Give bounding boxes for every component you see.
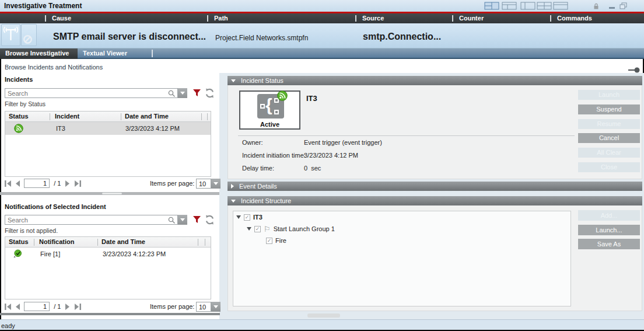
incident-type-button[interactable] [1, 24, 20, 46]
incidents-col-status[interactable]: Status [9, 113, 29, 120]
title-bar: Investigative Treatment [0, 0, 644, 12]
panel-splitter[interactable] [0, 192, 219, 195]
search-icon [168, 90, 176, 97]
notifications-page-input[interactable] [24, 302, 50, 311]
splitter-grip[interactable] [102, 193, 122, 194]
column-source: Source [362, 15, 384, 22]
incidents-table-header: Status Incident Date and Time [5, 112, 211, 122]
active-broadcast-badge-icon [277, 90, 288, 101]
chevron-down-icon [214, 182, 218, 185]
tree-label: Fire [275, 237, 286, 244]
launch-button[interactable]: Launch [578, 90, 640, 100]
notifications-search-input[interactable] [5, 215, 177, 224]
notification-datetime-cell: 3/23/2023 4:12:23 PM [103, 250, 166, 257]
layout-grid-icon[interactable] [484, 2, 499, 10]
prev-page-icon[interactable] [15, 180, 20, 187]
flag-icon: ⚐ [264, 226, 271, 232]
incident-structure-header[interactable]: Incident Structure [228, 196, 642, 205]
incidents-items-per-page-value[interactable]: 10 [196, 179, 211, 189]
all-clear-button[interactable]: All Clear [578, 148, 640, 158]
first-page-icon[interactable] [5, 304, 12, 310]
last-page-icon[interactable] [74, 304, 81, 310]
incidents-search-box [5, 88, 178, 98]
notifications-filter-note: Filter is not applied. [5, 227, 58, 234]
incidents-col-incident[interactable]: Incident [55, 113, 79, 120]
tree-row-group[interactable]: ✓ ⚐ Start Launch Group 1 [247, 225, 335, 233]
next-page-icon[interactable] [65, 304, 70, 310]
collapse-icon [231, 79, 236, 82]
notifications-col-datetime[interactable]: Date and Time [102, 238, 145, 245]
incident-state-box: { Active [239, 90, 300, 130]
tree-checkbox[interactable]: ✓ [266, 238, 272, 244]
lock-icon [593, 3, 600, 10]
tree-label: Start Launch Group 1 [274, 225, 335, 232]
incident-row[interactable]: IT3 3/23/2023 4:12 PM [5, 122, 211, 135]
incident-status-header[interactable]: Incident Status [228, 76, 642, 85]
layout-quad-icon[interactable] [537, 2, 552, 10]
incidents-search-dropdown-button[interactable] [178, 88, 187, 98]
event-details-header-label: Event Details [239, 183, 277, 190]
scrollbar-grip[interactable] [307, 313, 340, 318]
launch-dialog-button[interactable]: Launch... [578, 225, 640, 235]
header-separator [34, 239, 34, 246]
header-separator [198, 239, 198, 246]
notifications-col-notification[interactable]: Notification [39, 238, 75, 245]
prev-page-icon[interactable] [15, 304, 20, 310]
incidents-items-per-page-dropdown[interactable] [211, 179, 220, 189]
collapse-icon [231, 200, 236, 203]
tab-bar: Browse Investigative Textual Viewer [0, 48, 644, 59]
square-glyph [274, 110, 279, 114]
incidents-filter-icon[interactable] [193, 89, 201, 97]
items-per-page-label: Items per page: [150, 180, 194, 187]
owner-label: Owner: [242, 139, 262, 146]
notifications-search-dropdown-button[interactable] [178, 215, 187, 225]
notifications-items-per-page-dropdown[interactable] [211, 302, 220, 312]
incidents-pager: / 1 Items per page: 10 [5, 179, 219, 189]
cancel-button[interactable]: Cancel [578, 133, 640, 143]
notifications-title: Notifications of Selected Incident [5, 203, 106, 210]
app-window: Investigative Treatment Cause Path Sourc… [0, 0, 644, 331]
chevron-down-icon [214, 305, 218, 308]
column-path: Path [214, 15, 228, 22]
pin-handle-icon[interactable] [628, 67, 640, 73]
delay-time-value: 0 sec [304, 165, 321, 172]
divider [238, 135, 575, 136]
save-as-button[interactable]: Save As [578, 239, 640, 249]
antenna-icon [2, 25, 20, 44]
notification-row[interactable]: Fire [1] 3/23/2023 4:12:23 PM [5, 248, 211, 260]
tab-textual-viewer[interactable]: Textual Viewer [78, 48, 133, 59]
blocked-state-button[interactable] [21, 24, 37, 46]
restore-icon[interactable] [620, 2, 627, 9]
tab-browse-investigative[interactable]: Browse Investigative [0, 48, 78, 59]
layout-single-icon[interactable] [553, 2, 568, 10]
first-page-icon[interactable] [5, 180, 12, 187]
incident-state-label: Active [240, 121, 299, 128]
next-page-icon[interactable] [65, 180, 70, 187]
add-button[interactable]: Add... [578, 210, 640, 221]
tree-expander-icon[interactable] [236, 215, 241, 219]
suspend-button[interactable]: Suspend [578, 104, 640, 114]
incidents-title: Incidents [5, 76, 33, 83]
notifications-filter-icon[interactable] [193, 216, 201, 224]
square-glyph [260, 104, 265, 109]
event-details-header[interactable]: Event Details [228, 182, 642, 191]
close-button[interactable]: Close [578, 162, 640, 172]
incidents-col-datetime[interactable]: Date and Time [125, 113, 169, 120]
notifications-col-status[interactable]: Status [9, 238, 29, 245]
tree-row-notification[interactable]: ✓ Fire [266, 236, 286, 245]
tree-row-incident[interactable]: ✓ IT3 [236, 213, 262, 221]
notifications-refresh-icon[interactable] [205, 215, 215, 225]
layout-top-split-icon[interactable] [502, 2, 517, 10]
tree-checkbox[interactable]: ✓ [254, 226, 261, 232]
last-page-icon[interactable] [74, 180, 81, 187]
incidents-page-input[interactable] [24, 179, 50, 188]
incident-name-cell: IT3 [56, 125, 65, 132]
tree-checkbox[interactable]: ✓ [244, 214, 250, 221]
minimize-icon[interactable] [609, 7, 615, 9]
incidents-refresh-icon[interactable] [205, 88, 215, 98]
notifications-items-per-page-value[interactable]: 10 [196, 302, 211, 312]
resume-button[interactable]: Resume [578, 119, 640, 129]
incidents-search-input[interactable] [5, 89, 177, 97]
layout-left-column-icon[interactable] [520, 2, 536, 10]
tree-expander-icon[interactable] [247, 227, 251, 231]
